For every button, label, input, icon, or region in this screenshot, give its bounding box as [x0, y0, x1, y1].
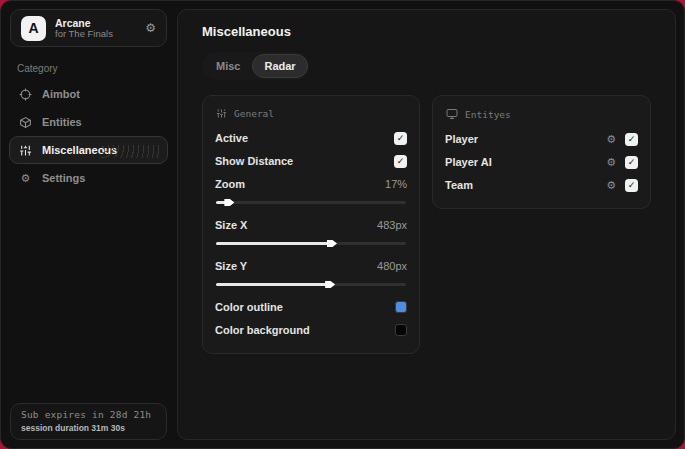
- entity-label: Player: [445, 133, 478, 145]
- gear-icon[interactable]: ⚙: [606, 133, 616, 146]
- entity-label: Team: [445, 179, 473, 191]
- entity-label: Player AI: [445, 156, 492, 168]
- slider-zoom: Zoom 17%: [215, 173, 407, 204]
- sidebar-item-label: Aimbot: [42, 88, 80, 100]
- sidebar-item-label: Settings: [42, 172, 85, 184]
- tab-radar[interactable]: Radar: [252, 54, 307, 78]
- entity-row-player: Player ⚙ ✓: [445, 128, 638, 150]
- gear-icon[interactable]: ⚙: [606, 156, 616, 169]
- toggle-label: Show Distance: [215, 155, 293, 167]
- slider-value: 480px: [377, 260, 407, 272]
- crosshair-icon: [19, 88, 32, 101]
- general-panel: General Active ✓ Show Distance ✓ Zoom 17…: [202, 95, 420, 354]
- general-panel-header: General: [216, 108, 407, 119]
- panels-container: General Active ✓ Show Distance ✓ Zoom 17…: [202, 95, 651, 354]
- brand-logo: A: [21, 16, 46, 41]
- subscription-card: Sub expires in 28d 21h session duration …: [10, 403, 167, 440]
- sidebar-item-label: Entities: [42, 116, 82, 128]
- color-label: Color background: [215, 324, 310, 336]
- size-x-slider[interactable]: [216, 242, 406, 245]
- show-distance-checkbox[interactable]: ✓: [394, 155, 407, 168]
- brand-title: Arcane: [55, 17, 136, 29]
- slider-value: 483px: [377, 219, 407, 231]
- player-checkbox[interactable]: ✓: [625, 133, 638, 146]
- tab-bar: Misc Radar: [202, 52, 310, 80]
- entities-panel-header: Entityes: [446, 108, 638, 120]
- size-y-slider[interactable]: [216, 283, 406, 286]
- sidebar-item-aimbot[interactable]: Aimbot: [9, 80, 168, 108]
- sidebar-item-entities[interactable]: Entities: [9, 108, 168, 136]
- sliders-icon: [216, 108, 227, 119]
- cube-icon: [19, 116, 32, 129]
- color-row-outline: Color outline: [215, 296, 407, 318]
- app-window: A Arcane for The Finals ⚙ Category Aimbo…: [0, 0, 685, 449]
- gear-icon[interactable]: ⚙: [606, 179, 616, 192]
- general-panel-title: General: [234, 108, 274, 119]
- color-row-background: Color background: [215, 319, 407, 341]
- session-duration: session duration 31m 30s: [21, 423, 156, 433]
- sidebar-item-miscellaneous[interactable]: Miscellaneous: [9, 136, 168, 164]
- category-label: Category: [17, 63, 176, 74]
- player-ai-checkbox[interactable]: ✓: [625, 156, 638, 169]
- slider-label: Size Y: [215, 260, 247, 272]
- entity-row-player-ai: Player AI ⚙ ✓: [445, 151, 638, 173]
- color-label: Color outline: [215, 301, 283, 313]
- slider-size-x: Size X 483px: [215, 214, 407, 245]
- background-color-swatch[interactable]: [395, 324, 407, 336]
- sidebar-item-label: Miscellaneous: [42, 144, 117, 156]
- toggle-row-active: Active ✓: [215, 127, 407, 149]
- sliders-icon: [19, 144, 32, 157]
- brand-subtitle: for The Finals: [55, 29, 136, 40]
- page-title: Miscellaneous: [202, 24, 651, 39]
- subscription-expiry: Sub expires in 28d 21h: [21, 409, 156, 420]
- entity-row-team: Team ⚙ ✓: [445, 174, 638, 196]
- gear-icon: ⚙: [19, 172, 32, 185]
- sidebar-nav: Aimbot Entities: [1, 80, 176, 192]
- slider-thumb[interactable]: [327, 239, 337, 249]
- slider-size-y: Size Y 480px: [215, 255, 407, 286]
- gear-icon[interactable]: ⚙: [145, 21, 156, 35]
- zoom-slider[interactable]: [216, 201, 406, 204]
- brand-text: Arcane for The Finals: [55, 17, 136, 40]
- tab-misc[interactable]: Misc: [204, 54, 252, 78]
- outline-color-swatch[interactable]: [395, 301, 407, 313]
- sidebar-item-settings[interactable]: ⚙ Settings: [9, 164, 168, 192]
- sidebar: A Arcane for The Finals ⚙ Category Aimbo…: [1, 1, 176, 448]
- slider-label: Zoom: [215, 178, 245, 190]
- main-panel: Miscellaneous Misc Radar Gene: [177, 9, 676, 440]
- brand-card: A Arcane for The Finals ⚙: [10, 9, 167, 47]
- toggle-row-show-distance: Show Distance ✓: [215, 150, 407, 172]
- slider-thumb[interactable]: [325, 280, 335, 290]
- active-checkbox[interactable]: ✓: [394, 132, 407, 145]
- monitor-icon: [446, 108, 458, 120]
- team-checkbox[interactable]: ✓: [625, 179, 638, 192]
- toggle-label: Active: [215, 132, 248, 144]
- entities-panel: Entityes Player ⚙ ✓ Player AI ⚙ ✓: [432, 95, 651, 209]
- slider-thumb[interactable]: [224, 198, 234, 208]
- entities-panel-title: Entityes: [465, 109, 511, 120]
- slider-label: Size X: [215, 219, 247, 231]
- slider-value: 17%: [385, 178, 407, 190]
